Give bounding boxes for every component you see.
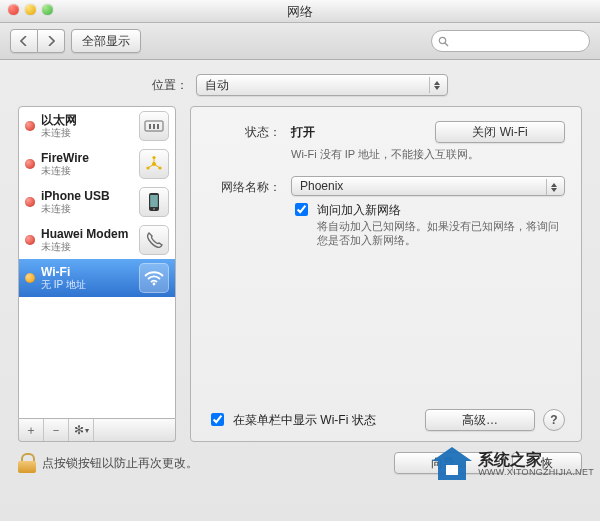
iphone-icon [139,187,169,217]
sidebar-item-name: FireWire [41,152,133,165]
interface-list-footer: ＋ － ✻▾ [18,419,176,442]
back-button[interactable] [10,29,38,53]
sidebar-item-ethernet[interactable]: 以太网未连接 [19,107,175,145]
watermark: 系统之家 WWW.XITONGZHIJIA.NET [432,447,594,481]
sidebar-item-name: Huawei Modem [41,228,133,241]
status-dot-icon [25,159,35,169]
toolbar: 全部显示 [0,23,600,60]
sidebar-item-name: 以太网 [41,114,133,127]
gear-icon: ✻ [74,423,84,437]
sidebar-item-firewire[interactable]: FireWire未连接 [19,145,175,183]
search-icon [438,36,449,47]
forward-button[interactable] [38,29,65,53]
body: 以太网未连接FireWire未连接iPhone USB未连接Huawei Mod… [0,106,600,442]
svg-point-0 [439,37,445,43]
ask-join-label: 询问加入新网络 [317,202,565,219]
menubar-status-row: 在菜单栏中显示 Wi-Fi 状态 [207,412,376,429]
toggle-wifi-button[interactable]: 关闭 Wi-Fi [435,121,565,143]
watermark-title: 系统之家 [478,452,594,468]
svg-rect-3 [149,124,151,129]
menubar-status-checkbox[interactable] [211,413,224,426]
sidebar-item-sub: 无 IP 地址 [41,279,133,290]
location-value: 自动 [205,77,229,94]
sidebar-item-phone[interactable]: Huawei Modem未连接 [19,221,175,259]
chevron-right-icon [47,36,55,46]
interface-actions-button[interactable]: ✻▾ [69,419,94,441]
toolbar-spacer [147,30,590,52]
sidebar-item-text: iPhone USB未连接 [41,190,133,214]
sidebar-item-sub: 未连接 [41,241,133,252]
svg-rect-5 [157,124,159,129]
sidebar-item-text: Huawei Modem未连接 [41,228,133,252]
window-title: 网络 [0,3,600,21]
network-name-label: 网络名称： [207,176,281,196]
network-name-row: 网络名称： Phoenix 询问加入新网络 将自动加入已知网络。如果没有已知网络… [207,176,565,247]
svg-line-12 [154,164,160,168]
firewire-icon [139,149,169,179]
sidebar-item-name: Wi-Fi [41,266,133,279]
network-prefs-window: 网络 全部显示 位置： 自动 以太网未连接Fire [0,0,600,521]
status-dot-icon [25,121,35,131]
svg-point-15 [153,208,155,210]
location-label: 位置： [152,77,188,94]
svg-line-1 [445,43,448,46]
ethernet-icon [139,111,169,141]
status-dot-icon [25,273,35,283]
updown-arrows-icon [429,77,444,93]
ask-join-note: 将自动加入已知网络。如果没有已知网络，将询问您是否加入新网络。 [317,219,565,247]
status-dot-icon [25,197,35,207]
search-input[interactable] [431,30,590,52]
status-label: 状态： [207,121,281,141]
interface-list[interactable]: 以太网未连接FireWire未连接iPhone USB未连接Huawei Mod… [18,106,176,419]
network-name-select[interactable]: Phoenix [291,176,565,196]
status-row: 状态： 打开 关闭 Wi-Fi Wi-Fi 没有 IP 地址，不能接入互联网。 [207,121,565,162]
sidebar-item-sub: 未连接 [41,203,133,214]
svg-rect-14 [150,195,158,207]
chevron-down-icon: ▾ [85,426,89,435]
sidebar-item-text: 以太网未连接 [41,114,133,138]
chevron-left-icon [20,36,28,46]
nav-segment [10,29,65,53]
remove-interface-button[interactable]: － [44,419,69,441]
titlebar: 网络 [0,0,600,23]
phone-icon [139,225,169,255]
sidebar-item-sub: 未连接 [41,127,133,138]
svg-point-16 [153,283,156,286]
sidebar-item-sub: 未连接 [41,165,133,176]
sidebar-item-iphone[interactable]: iPhone USB未连接 [19,183,175,221]
location-select[interactable]: 自动 [196,74,448,96]
lock-icon[interactable] [18,453,36,473]
detail-bottombar: 在菜单栏中显示 Wi-Fi 状态 高级… ? [207,409,565,431]
updown-arrows-icon [546,179,561,195]
status-value: 打开 [291,124,315,141]
watermark-url: WWW.XITONGZHIJIA.NET [478,468,594,477]
detail-pane: 状态： 打开 关闭 Wi-Fi Wi-Fi 没有 IP 地址，不能接入互联网。 … [190,106,582,442]
show-all-button[interactable]: 全部显示 [71,29,141,53]
advanced-button[interactable]: 高级… [425,409,535,431]
menubar-status-label: 在菜单栏中显示 Wi-Fi 状态 [233,412,376,429]
interface-sidebar: 以太网未连接FireWire未连接iPhone USB未连接Huawei Mod… [18,106,176,442]
sidebar-item-name: iPhone USB [41,190,133,203]
svg-rect-4 [153,124,155,129]
location-row: 位置： 自动 [0,60,600,106]
sidebar-item-text: FireWire未连接 [41,152,133,176]
lock-text: 点按锁按钮以防止再次更改。 [42,455,198,472]
wifi-icon [139,263,169,293]
watermark-logo-icon [432,447,472,481]
network-name-value: Phoenix [300,179,343,193]
sidebar-item-wifi[interactable]: Wi-Fi无 IP 地址 [19,259,175,297]
status-dot-icon [25,235,35,245]
status-note: Wi-Fi 没有 IP 地址，不能接入互联网。 [291,147,565,162]
ask-join-row: 询问加入新网络 将自动加入已知网络。如果没有已知网络，将询问您是否加入新网络。 [291,202,565,247]
sidebar-item-text: Wi-Fi无 IP 地址 [41,266,133,290]
ask-join-checkbox[interactable] [295,203,308,216]
add-interface-button[interactable]: ＋ [19,419,44,441]
svg-line-11 [148,164,154,168]
help-button[interactable]: ? [543,409,565,431]
